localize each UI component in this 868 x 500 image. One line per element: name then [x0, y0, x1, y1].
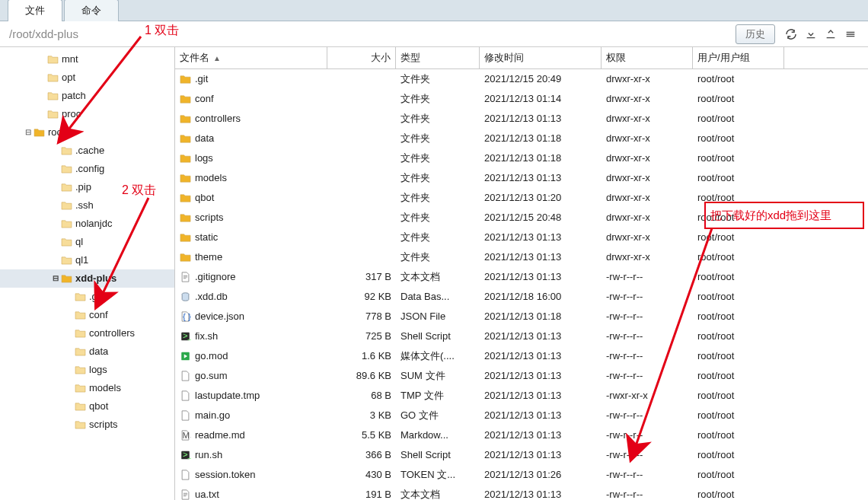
- file-type: 文本文档: [396, 269, 480, 285]
- tree-toggle-icon[interactable]: [64, 291, 75, 302]
- download-icon[interactable]: [803, 26, 819, 43]
- file-row[interactable]: session.token430 BTOKEN 文...2021/12/13 0…: [175, 465, 868, 485]
- file-row[interactable]: scripts文件夹2021/12/15 20:48drwxr-xr-xroot…: [175, 208, 868, 228]
- tree-item[interactable]: ql: [0, 233, 174, 251]
- file-row[interactable]: M↓readme.md5.5 KBMarkdow...2021/12/13 01…: [175, 425, 868, 445]
- file-row[interactable]: theme文件夹2021/12/13 01:13drwxr-xr-xroot/r…: [175, 247, 868, 267]
- tree-item[interactable]: proc: [0, 105, 174, 123]
- file-name: scripts: [195, 210, 224, 225]
- tree-toggle-icon[interactable]: [64, 383, 75, 393]
- file-name: session.token: [195, 467, 256, 482]
- sh-icon: >_: [180, 331, 191, 342]
- refresh-icon[interactable]: [783, 26, 799, 43]
- file-row[interactable]: go.sum89.6 KBSUM 文件2021/12/13 01:13-rw-r…: [175, 366, 868, 386]
- history-button[interactable]: 历史: [736, 24, 775, 44]
- file-row[interactable]: controllers文件夹2021/12/13 01:13drwxr-xr-x…: [175, 109, 868, 129]
- col-header-mtime[interactable]: 修改时间: [480, 47, 602, 68]
- tree-toggle-icon[interactable]: [50, 218, 61, 229]
- file-row[interactable]: go.mod1.6 KB媒体文件(....2021/12/13 01:13-rw…: [175, 346, 868, 366]
- file-row[interactable]: >_run.sh366 BShell Script2021/12/13 01:1…: [175, 445, 868, 465]
- tree-item[interactable]: .ssh: [0, 196, 174, 215]
- tree-toggle-icon[interactable]: [64, 419, 75, 430]
- file-row[interactable]: logs文件夹2021/12/13 01:18drwxr-xr-xroot/ro…: [175, 148, 868, 168]
- file-row[interactable]: data文件夹2021/12/13 01:18drwxr-xr-xroot/ro…: [175, 129, 868, 148]
- col-header-name[interactable]: 文件名▲: [175, 47, 327, 68]
- file-mtime: 2021/12/13 01:13: [480, 170, 602, 186]
- file-size: 92 KB: [327, 288, 396, 305]
- file-perm: -rwxr-xr-x: [602, 387, 693, 404]
- tree-item[interactable]: ql1: [0, 251, 174, 269]
- tree-toggle-icon[interactable]: [50, 182, 61, 193]
- file-row[interactable]: .gitignore317 B文本文档2021/12/13 01:13-rw-r…: [175, 267, 868, 287]
- folder-icon: [75, 347, 86, 356]
- tree-item[interactable]: qbot: [0, 397, 174, 416]
- tree-toggle-icon[interactable]: ⊟: [50, 273, 61, 284]
- path-display[interactable]: /root/xdd-plus: [8, 27, 736, 40]
- tree-toggle-icon[interactable]: [50, 145, 61, 156]
- file-mtime: 2021/12/13 01:20: [480, 189, 602, 206]
- file-row[interactable]: .git文件夹2021/12/15 20:49drwxr-xr-xroot/ro…: [175, 69, 868, 89]
- tree-item[interactable]: opt: [0, 68, 174, 87]
- tree-item[interactable]: logs: [0, 361, 174, 379]
- tree-toggle-icon[interactable]: [50, 200, 61, 211]
- file-row[interactable]: models文件夹2021/12/13 01:13drwxr-xr-xroot/…: [175, 168, 868, 188]
- file-row[interactable]: qbot文件夹2021/12/13 01:20drwxr-xr-xroot/ro…: [175, 188, 868, 208]
- folder-icon: [180, 153, 191, 164]
- folder-tree[interactable]: mntoptpatchproc⊟root.cache.config.pip.ss…: [0, 47, 175, 500]
- tree-toggle-icon[interactable]: [64, 401, 75, 412]
- col-header-type[interactable]: 类型: [396, 47, 480, 68]
- tree-item[interactable]: nolanjdc: [0, 215, 174, 233]
- file-owner: root/root: [693, 189, 784, 206]
- tree-item[interactable]: .git: [0, 288, 174, 306]
- tab-cmd[interactable]: 命令: [64, 0, 119, 21]
- tree-item[interactable]: controllers: [0, 324, 174, 342]
- file-row[interactable]: .xdd.db92 KBData Bas...2021/12/18 16:00-…: [175, 287, 868, 307]
- file-perm: drwxr-xr-x: [602, 189, 693, 206]
- tree-item[interactable]: ⊟xdd-plus: [0, 269, 174, 288]
- tree-item-label: nolanjdc: [75, 216, 112, 231]
- tree-item[interactable]: scripts: [0, 416, 174, 434]
- tree-toggle-icon[interactable]: [64, 365, 75, 375]
- tree-item[interactable]: .cache: [0, 142, 174, 160]
- tree-toggle-icon[interactable]: [50, 255, 61, 266]
- tree-toggle-icon[interactable]: [37, 91, 47, 101]
- file-size: 366 B: [327, 447, 396, 463]
- file-type: Shell Script: [396, 328, 480, 345]
- col-header-size[interactable]: 大小: [327, 47, 396, 68]
- file-row[interactable]: lastupdate.tmp68 BTMP 文件2021/12/13 01:13…: [175, 386, 868, 406]
- file-owner: root/root: [693, 407, 784, 424]
- file-row[interactable]: static文件夹2021/12/13 01:13drwxr-xr-xroot/…: [175, 228, 868, 247]
- col-header-owner[interactable]: 用户/用户组: [693, 47, 784, 68]
- tree-toggle-icon[interactable]: [50, 237, 61, 247]
- tree-toggle-icon[interactable]: [37, 109, 47, 119]
- file-row[interactable]: >_fix.sh725 BShell Script2021/12/13 01:1…: [175, 326, 868, 346]
- folder-icon: [75, 292, 86, 301]
- file-name: qbot: [195, 190, 214, 205]
- tree-item[interactable]: ⊟root: [0, 123, 174, 142]
- tree-item[interactable]: patch: [0, 87, 174, 105]
- file-row[interactable]: main.go3 KBGO 文件2021/12/13 01:13-rw-r--r…: [175, 406, 868, 425]
- tree-toggle-icon[interactable]: [50, 164, 61, 174]
- tree-toggle-icon[interactable]: [64, 328, 75, 339]
- tree-item[interactable]: data: [0, 342, 174, 361]
- file-row[interactable]: conf文件夹2021/12/13 01:14drwxr-xr-xroot/ro…: [175, 89, 868, 109]
- col-header-perm[interactable]: 权限: [602, 47, 693, 68]
- tree-item[interactable]: mnt: [0, 50, 174, 68]
- upload-icon[interactable]: [822, 26, 839, 43]
- tree-item[interactable]: .config: [0, 160, 174, 178]
- tree-item[interactable]: .pip: [0, 178, 174, 196]
- file-row[interactable]: ua.txt191 B文本文档2021/12/13 01:13-rw-r--r-…: [175, 485, 868, 500]
- tree-toggle-icon[interactable]: [37, 72, 47, 83]
- tree-item[interactable]: models: [0, 379, 174, 397]
- tree-toggle-icon[interactable]: [64, 310, 75, 320]
- settings-icon[interactable]: [842, 26, 859, 43]
- tree-toggle-icon[interactable]: [37, 54, 47, 65]
- tree-toggle-icon[interactable]: [64, 346, 75, 357]
- tree-item[interactable]: conf: [0, 306, 174, 324]
- tab-file[interactable]: 文件: [8, 0, 62, 21]
- tree-toggle-icon[interactable]: ⊟: [23, 127, 34, 138]
- file-name: logs: [195, 151, 213, 166]
- file-perm: -rw-r--r--: [602, 447, 693, 463]
- file-name: ua.txt: [195, 487, 219, 500]
- file-row[interactable]: { }device.json778 BJSON File2021/12/13 0…: [175, 307, 868, 326]
